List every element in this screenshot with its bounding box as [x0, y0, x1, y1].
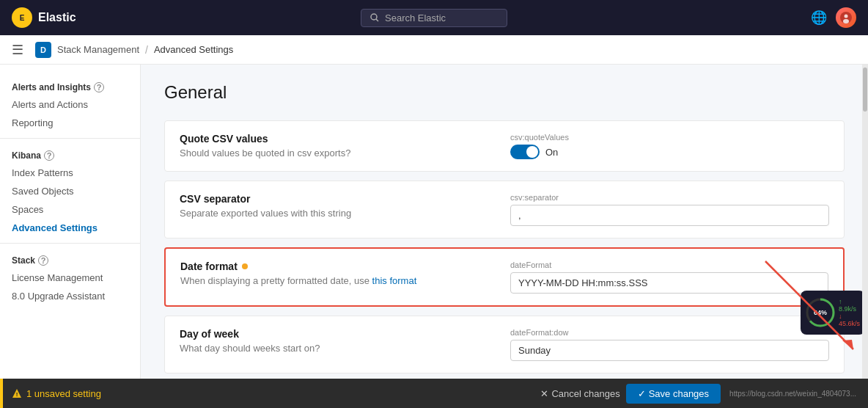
sidebar-item-index-patterns[interactable]: Index Patterns	[0, 164, 140, 182]
unsaved-count-text: 1 unsaved setting	[26, 388, 101, 399]
logo-area[interactable]: E Elastic	[12, 7, 76, 28]
content-area: General Quote CSV values Should values b…	[141, 65, 868, 379]
setting-row-csv-separator: CSV separator Separate exported values w…	[164, 181, 845, 238]
toggle-thumb	[526, 146, 538, 158]
sidebar-item-saved-objects[interactable]: Saved Objects	[0, 182, 140, 200]
setting-title-date-format: Date format	[180, 261, 499, 272]
svg-point-6	[843, 19, 849, 23]
main-layout: Alerts and Insights ? Alerts and Actions…	[0, 65, 868, 379]
scroll-indicator	[862, 65, 868, 379]
quote-csv-desc-text: Should values be quoted in csv exports?	[180, 147, 350, 159]
breadcrumb-bar: ☰ D Stack Management / Advanced Settings	[0, 35, 868, 65]
alerts-info-icon[interactable]: ?	[94, 82, 104, 92]
sidebar-item-spaces[interactable]: Spaces	[0, 200, 140, 219]
svg-text:!: !	[16, 391, 18, 398]
quote-csv-field-label: csv:quoteValues	[510, 133, 829, 142]
cancel-button[interactable]: ✕ Cancel changes	[540, 388, 619, 399]
sidebar-section-alerts-label: Alerts and Insights	[12, 82, 91, 92]
sidebar-item-license[interactable]: License Management	[0, 269, 140, 287]
day-of-week-desc-text: What day should weeks start on?	[180, 343, 320, 354]
svg-point-2	[371, 14, 377, 20]
setting-left-date-format: Date format When displaying a pretty for…	[180, 261, 499, 286]
sidebar-index-patterns-label: Index Patterns	[12, 167, 73, 178]
perf-stats: ↑ 8.9k/s ↓ 45.6k/s	[839, 298, 861, 327]
toggle-label-on: On	[545, 147, 558, 158]
unsaved-count: ! 1 unsaved setting	[12, 388, 101, 399]
setting-left-quote-csv: Quote CSV values Should values be quoted…	[180, 133, 499, 159]
sidebar-item-advanced-settings[interactable]: Advanced Settings	[0, 219, 140, 237]
sidebar-item-alerts-actions[interactable]: Alerts and Actions	[0, 95, 140, 114]
perf-stat1: ↑ 8.9k/s	[839, 298, 861, 313]
day-of-week-title-text: Day of week	[180, 328, 239, 340]
quote-csv-title-text: Quote CSV values	[180, 133, 268, 145]
setting-title-csv-separator: CSV separator	[180, 193, 499, 205]
stack-info-icon[interactable]: ?	[38, 255, 48, 266]
perf-stat2: ↓ 45.6k/s	[839, 313, 861, 327]
stack-avatar: D	[35, 42, 51, 58]
cancel-label: Cancel changes	[551, 388, 619, 399]
scroll-thumb[interactable]	[863, 68, 867, 112]
search-placeholder: Search Elastic	[385, 12, 446, 23]
setting-right-csv-separator: csv:separator	[510, 193, 829, 226]
elastic-logo: E	[12, 7, 32, 28]
setting-left-day-of-week: Day of week What day should weeks start …	[180, 328, 499, 354]
user-avatar[interactable]	[836, 7, 856, 28]
globe-icon[interactable]: 🌐	[811, 10, 827, 26]
day-of-week-field-label: dateFormat:dow	[510, 328, 829, 337]
save-label: Save changes	[649, 388, 709, 399]
warning-icon: !	[12, 388, 22, 398]
svg-line-3	[376, 19, 378, 21]
url-hint: https://blog.csdn.net/weixin_4804073...	[729, 390, 856, 398]
save-button[interactable]: ✓ Save changes	[626, 384, 721, 404]
setting-desc-date-format: When displaying a pretty formatted date,…	[180, 275, 499, 286]
hamburger-button[interactable]: ☰	[12, 42, 23, 58]
date-format-input[interactable]	[510, 272, 828, 294]
cancel-icon: ✕	[540, 388, 548, 399]
page-title: General	[164, 82, 845, 103]
top-nav: E Elastic Search Elastic 🌐	[0, 0, 868, 35]
kibana-info-icon[interactable]: ?	[44, 150, 54, 161]
toggle-container-quote-csv: On	[510, 145, 829, 159]
bottom-bar: ! 1 unsaved setting ✕ Cancel changes ✓ S…	[0, 379, 868, 408]
sidebar-spaces-label: Spaces	[12, 204, 43, 215]
app-title: Elastic	[38, 11, 76, 24]
sidebar-divider-2	[0, 243, 140, 244]
setting-title-day-of-week: Day of week	[180, 328, 499, 340]
setting-desc-csv-separator: Separate exported values with this strin…	[180, 208, 499, 219]
csv-separator-title-text: CSV separator	[180, 193, 250, 205]
perf-percentage: 64%	[814, 309, 827, 316]
setting-row-quote-csv: Quote CSV values Should values be quoted…	[164, 120, 845, 172]
setting-desc-day-of-week: What day should weeks start on?	[180, 343, 499, 354]
sidebar-item-upgrade[interactable]: 8.0 Upgrade Assistant	[0, 287, 140, 305]
breadcrumb-stack-management[interactable]: Stack Management	[57, 44, 139, 55]
setting-left-csv-separator: CSV separator Separate exported values w…	[180, 193, 499, 219]
breadcrumb-separator: /	[145, 44, 148, 56]
day-of-week-select[interactable]: Sunday Monday Saturday	[510, 340, 829, 361]
sidebar-reporting-label: Reporting	[12, 117, 53, 128]
date-format-field-label: dateFormat	[510, 261, 828, 269]
sidebar-section-alerts: Alerts and Insights ?	[0, 76, 140, 95]
sidebar-divider-1	[0, 138, 140, 139]
sidebar-section-kibana: Kibana ?	[0, 145, 140, 164]
setting-title-quote-csv: Quote CSV values	[180, 133, 499, 145]
sidebar: Alerts and Insights ? Alerts and Actions…	[0, 65, 141, 379]
csv-separator-field-label: csv:separator	[510, 193, 829, 202]
sidebar-section-stack: Stack ?	[0, 249, 140, 269]
setting-right-quote-csv: csv:quoteValues On	[510, 133, 829, 159]
performance-widget[interactable]: 64% ↑ 8.9k/s ↓ 45.6k/s	[801, 291, 865, 335]
toggle-quote-csv[interactable]	[510, 145, 540, 159]
setting-right-day-of-week: dateFormat:dow Sunday Monday Saturday	[510, 328, 829, 361]
search-bar[interactable]: Search Elastic	[361, 9, 507, 27]
setting-right-date-format: dateFormat	[510, 261, 828, 294]
sidebar-item-reporting[interactable]: Reporting	[0, 114, 140, 132]
csv-separator-input[interactable]	[510, 205, 829, 226]
setting-desc-quote-csv: Should values be quoted in csv exports?	[180, 147, 499, 159]
date-format-title-text: Date format	[180, 261, 238, 272]
unsaved-dot	[242, 263, 248, 269]
nav-right: 🌐	[811, 7, 856, 28]
svg-text:E: E	[20, 14, 25, 22]
date-format-link[interactable]: this format	[372, 275, 417, 286]
breadcrumb-advanced-settings: Advanced Settings	[154, 44, 233, 55]
sidebar-section-stack-label: Stack	[12, 255, 35, 266]
svg-point-5	[845, 15, 848, 18]
